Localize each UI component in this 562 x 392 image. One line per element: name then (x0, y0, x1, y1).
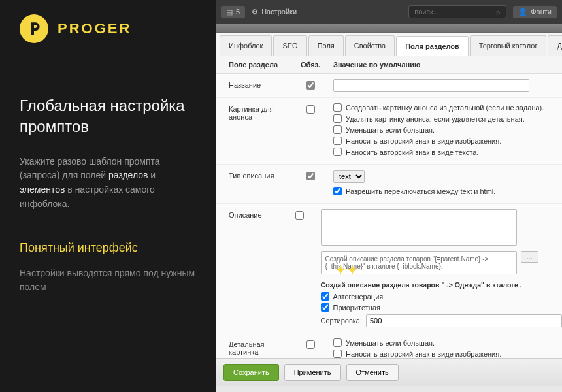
logo: PROGER (20, 14, 196, 43)
col-default: Значение по умолчанию (327, 61, 562, 69)
promo-desc: Укажите разово шаблон промпта (запроса) … (20, 155, 196, 212)
tab-seo[interactable]: SEO (273, 35, 306, 56)
user-menu[interactable]: 👤 Фанти (513, 6, 557, 18)
required-checkbox[interactable] (306, 105, 315, 114)
tab-section-fields[interactable]: Поля разделов (396, 36, 469, 56)
footer-buttons: Сохранить Применить Отменить (216, 358, 562, 386)
promo-panel: PROGER Глобальная настройка промптов Ука… (0, 0, 216, 392)
option-checkbox[interactable] (333, 125, 342, 134)
sort-input[interactable] (366, 314, 562, 327)
desc-type-select[interactable]: text (333, 170, 365, 183)
app-panel: ▤ 5 ⚙ Настройки ⌕ 👤 Фанти Инфоблок SEO П… (216, 0, 562, 392)
description-textarea[interactable] (321, 209, 517, 246)
required-checkbox[interactable] (306, 172, 315, 180)
tabs: Инфоблок SEO Поля Свойства Поля разделов… (216, 33, 562, 56)
apply-button[interactable]: Применить (284, 364, 341, 381)
prompt-menu-button[interactable]: ... (521, 251, 538, 263)
col-name: Поле раздела (216, 61, 294, 69)
option-checkbox[interactable] (333, 137, 342, 145)
search-icon: ⌕ (496, 8, 501, 16)
table-row: Картинка для анонса Создавать картинку а… (216, 98, 562, 165)
book-icon: ▤ (226, 8, 233, 16)
option-checkbox[interactable] (333, 187, 342, 195)
subbar (216, 24, 562, 33)
col-required: Обяз. (294, 61, 327, 69)
tab-fields[interactable]: Поля (308, 35, 344, 56)
table-row: Описание Создай описание раздела товаров… (216, 204, 562, 333)
prompt-template[interactable]: Создай описание раздела товаров "{=paren… (321, 251, 517, 274)
search-input[interactable] (414, 8, 496, 16)
notifications-button[interactable]: ▤ 5 (221, 6, 245, 18)
logo-text: PROGER (58, 20, 131, 37)
option-checkbox[interactable] (333, 148, 342, 156)
table-row: Тип описания text Разрешить переключатьс… (216, 165, 562, 204)
tab-catalog[interactable]: Торговый каталог (470, 35, 547, 56)
cancel-button[interactable]: Отменить (346, 364, 399, 381)
promo-title: Глобальная настройка промптов (20, 95, 196, 138)
user-icon: 👤 (518, 8, 527, 16)
option-checkbox[interactable] (333, 114, 342, 123)
tab-access[interactable]: Доступ (548, 35, 562, 56)
option-checkbox[interactable] (333, 350, 342, 358)
promo-subdesc: Настройки выводятся прямо под нужным пол… (20, 267, 196, 295)
table-header: Поле раздела Обяз. Значение по умолчанию (216, 56, 562, 74)
autogen-checkbox[interactable] (321, 292, 329, 301)
gear-icon: ⚙ (252, 8, 258, 16)
tab-props[interactable]: Свойства (345, 35, 395, 56)
required-checkbox[interactable] (306, 81, 315, 90)
priority-checkbox[interactable] (321, 303, 329, 312)
table-row: Название (216, 74, 562, 98)
name-input[interactable] (333, 79, 529, 92)
promo-subtitle: Понятный интерфейс (20, 241, 196, 255)
search-box[interactable]: ⌕ (408, 5, 506, 18)
option-checkbox[interactable] (333, 338, 342, 347)
tab-infoblock[interactable]: Инфоблок (220, 35, 272, 56)
logo-icon (20, 14, 48, 43)
required-checkbox[interactable] (295, 211, 304, 220)
settings-link[interactable]: ⚙ Настройки (252, 8, 297, 16)
required-checkbox[interactable] (306, 340, 315, 349)
content: Название Картинка для анонса Создавать к… (216, 74, 562, 386)
save-button[interactable]: Сохранить (223, 364, 279, 381)
prompt-result: Создай описание раздела товаров " -> Оде… (321, 281, 523, 289)
option-checkbox[interactable] (333, 103, 342, 112)
topbar: ▤ 5 ⚙ Настройки ⌕ 👤 Фанти (216, 0, 562, 24)
